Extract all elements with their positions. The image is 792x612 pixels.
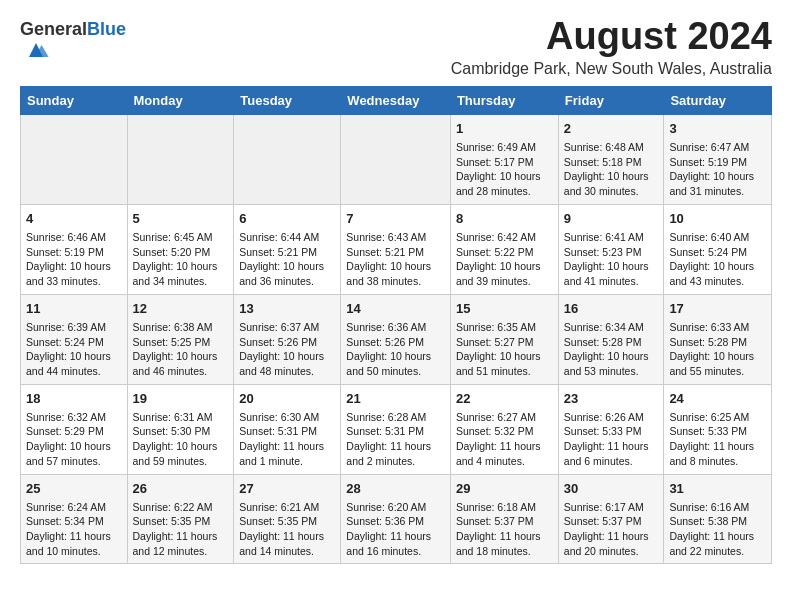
day-info: Sunrise: 6:26 AMSunset: 5:33 PMDaylight:…	[564, 411, 649, 467]
calendar-cell: 17Sunrise: 6:33 AMSunset: 5:28 PMDayligh…	[664, 294, 772, 384]
day-info: Sunrise: 6:27 AMSunset: 5:32 PMDaylight:…	[456, 411, 541, 467]
day-info: Sunrise: 6:33 AMSunset: 5:28 PMDaylight:…	[669, 321, 754, 377]
day-number: 16	[564, 300, 659, 318]
day-info: Sunrise: 6:30 AMSunset: 5:31 PMDaylight:…	[239, 411, 324, 467]
calendar-cell: 20Sunrise: 6:30 AMSunset: 5:31 PMDayligh…	[234, 384, 341, 474]
day-info: Sunrise: 6:48 AMSunset: 5:18 PMDaylight:…	[564, 141, 649, 197]
header: GeneralBlue August 2024 Cambridge Park, …	[20, 16, 772, 78]
day-number: 8	[456, 210, 553, 228]
calendar-cell: 30Sunrise: 6:17 AMSunset: 5:37 PMDayligh…	[558, 474, 664, 564]
day-info: Sunrise: 6:36 AMSunset: 5:26 PMDaylight:…	[346, 321, 431, 377]
day-info: Sunrise: 6:20 AMSunset: 5:36 PMDaylight:…	[346, 501, 431, 557]
week-row-1: 1Sunrise: 6:49 AMSunset: 5:17 PMDaylight…	[21, 114, 772, 204]
day-number: 12	[133, 300, 229, 318]
header-cell-monday: Monday	[127, 86, 234, 114]
day-number: 17	[669, 300, 766, 318]
calendar-cell: 1Sunrise: 6:49 AMSunset: 5:17 PMDaylight…	[450, 114, 558, 204]
calendar-cell: 19Sunrise: 6:31 AMSunset: 5:30 PMDayligh…	[127, 384, 234, 474]
week-row-2: 4Sunrise: 6:46 AMSunset: 5:19 PMDaylight…	[21, 204, 772, 294]
logo-blue-text: Blue	[87, 19, 126, 39]
header-cell-saturday: Saturday	[664, 86, 772, 114]
day-info: Sunrise: 6:16 AMSunset: 5:38 PMDaylight:…	[669, 501, 754, 557]
day-number: 26	[133, 480, 229, 498]
day-number: 14	[346, 300, 445, 318]
calendar-cell: 13Sunrise: 6:37 AMSunset: 5:26 PMDayligh…	[234, 294, 341, 384]
week-row-5: 25Sunrise: 6:24 AMSunset: 5:34 PMDayligh…	[21, 474, 772, 564]
week-row-3: 11Sunrise: 6:39 AMSunset: 5:24 PMDayligh…	[21, 294, 772, 384]
calendar-cell: 5Sunrise: 6:45 AMSunset: 5:20 PMDaylight…	[127, 204, 234, 294]
day-info: Sunrise: 6:24 AMSunset: 5:34 PMDaylight:…	[26, 501, 111, 557]
day-info: Sunrise: 6:41 AMSunset: 5:23 PMDaylight:…	[564, 231, 649, 287]
day-info: Sunrise: 6:22 AMSunset: 5:35 PMDaylight:…	[133, 501, 218, 557]
calendar-cell: 29Sunrise: 6:18 AMSunset: 5:37 PMDayligh…	[450, 474, 558, 564]
day-number: 24	[669, 390, 766, 408]
day-info: Sunrise: 6:28 AMSunset: 5:31 PMDaylight:…	[346, 411, 431, 467]
header-cell-sunday: Sunday	[21, 86, 128, 114]
day-info: Sunrise: 6:17 AMSunset: 5:37 PMDaylight:…	[564, 501, 649, 557]
calendar-cell: 18Sunrise: 6:32 AMSunset: 5:29 PMDayligh…	[21, 384, 128, 474]
day-info: Sunrise: 6:43 AMSunset: 5:21 PMDaylight:…	[346, 231, 431, 287]
day-info: Sunrise: 6:45 AMSunset: 5:20 PMDaylight:…	[133, 231, 218, 287]
header-cell-wednesday: Wednesday	[341, 86, 451, 114]
calendar-cell: 11Sunrise: 6:39 AMSunset: 5:24 PMDayligh…	[21, 294, 128, 384]
calendar-cell: 10Sunrise: 6:40 AMSunset: 5:24 PMDayligh…	[664, 204, 772, 294]
day-info: Sunrise: 6:38 AMSunset: 5:25 PMDaylight:…	[133, 321, 218, 377]
day-info: Sunrise: 6:35 AMSunset: 5:27 PMDaylight:…	[456, 321, 541, 377]
day-number: 27	[239, 480, 335, 498]
calendar-cell: 7Sunrise: 6:43 AMSunset: 5:21 PMDaylight…	[341, 204, 451, 294]
calendar-cell: 14Sunrise: 6:36 AMSunset: 5:26 PMDayligh…	[341, 294, 451, 384]
day-number: 29	[456, 480, 553, 498]
day-number: 21	[346, 390, 445, 408]
day-info: Sunrise: 6:39 AMSunset: 5:24 PMDaylight:…	[26, 321, 111, 377]
week-row-4: 18Sunrise: 6:32 AMSunset: 5:29 PMDayligh…	[21, 384, 772, 474]
day-number: 10	[669, 210, 766, 228]
calendar-cell: 27Sunrise: 6:21 AMSunset: 5:35 PMDayligh…	[234, 474, 341, 564]
day-info: Sunrise: 6:42 AMSunset: 5:22 PMDaylight:…	[456, 231, 541, 287]
title-block: August 2024 Cambridge Park, New South Wa…	[451, 16, 772, 78]
logo-icon	[22, 36, 50, 64]
calendar-table: SundayMondayTuesdayWednesdayThursdayFrid…	[20, 86, 772, 565]
day-info: Sunrise: 6:40 AMSunset: 5:24 PMDaylight:…	[669, 231, 754, 287]
day-number: 11	[26, 300, 122, 318]
day-info: Sunrise: 6:44 AMSunset: 5:21 PMDaylight:…	[239, 231, 324, 287]
calendar-cell: 24Sunrise: 6:25 AMSunset: 5:33 PMDayligh…	[664, 384, 772, 474]
day-number: 28	[346, 480, 445, 498]
day-info: Sunrise: 6:34 AMSunset: 5:28 PMDaylight:…	[564, 321, 649, 377]
day-number: 5	[133, 210, 229, 228]
calendar-cell	[127, 114, 234, 204]
calendar-cell: 26Sunrise: 6:22 AMSunset: 5:35 PMDayligh…	[127, 474, 234, 564]
calendar-cell: 15Sunrise: 6:35 AMSunset: 5:27 PMDayligh…	[450, 294, 558, 384]
calendar-cell: 12Sunrise: 6:38 AMSunset: 5:25 PMDayligh…	[127, 294, 234, 384]
day-number: 30	[564, 480, 659, 498]
header-cell-tuesday: Tuesday	[234, 86, 341, 114]
calendar-cell: 3Sunrise: 6:47 AMSunset: 5:19 PMDaylight…	[664, 114, 772, 204]
calendar-cell	[341, 114, 451, 204]
calendar-body: 1Sunrise: 6:49 AMSunset: 5:17 PMDaylight…	[21, 114, 772, 564]
day-number: 2	[564, 120, 659, 138]
day-number: 1	[456, 120, 553, 138]
day-info: Sunrise: 6:18 AMSunset: 5:37 PMDaylight:…	[456, 501, 541, 557]
day-number: 31	[669, 480, 766, 498]
day-info: Sunrise: 6:46 AMSunset: 5:19 PMDaylight:…	[26, 231, 111, 287]
day-number: 7	[346, 210, 445, 228]
main-title: August 2024	[451, 16, 772, 58]
calendar-cell: 31Sunrise: 6:16 AMSunset: 5:38 PMDayligh…	[664, 474, 772, 564]
day-number: 20	[239, 390, 335, 408]
calendar-cell: 16Sunrise: 6:34 AMSunset: 5:28 PMDayligh…	[558, 294, 664, 384]
day-number: 22	[456, 390, 553, 408]
day-number: 15	[456, 300, 553, 318]
calendar-cell: 2Sunrise: 6:48 AMSunset: 5:18 PMDaylight…	[558, 114, 664, 204]
calendar-cell: 28Sunrise: 6:20 AMSunset: 5:36 PMDayligh…	[341, 474, 451, 564]
day-info: Sunrise: 6:47 AMSunset: 5:19 PMDaylight:…	[669, 141, 754, 197]
header-cell-friday: Friday	[558, 86, 664, 114]
calendar-cell	[234, 114, 341, 204]
calendar-cell: 9Sunrise: 6:41 AMSunset: 5:23 PMDaylight…	[558, 204, 664, 294]
calendar-cell	[21, 114, 128, 204]
day-info: Sunrise: 6:25 AMSunset: 5:33 PMDaylight:…	[669, 411, 754, 467]
calendar-cell: 25Sunrise: 6:24 AMSunset: 5:34 PMDayligh…	[21, 474, 128, 564]
calendar-cell: 21Sunrise: 6:28 AMSunset: 5:31 PMDayligh…	[341, 384, 451, 474]
day-info: Sunrise: 6:37 AMSunset: 5:26 PMDaylight:…	[239, 321, 324, 377]
calendar-cell: 4Sunrise: 6:46 AMSunset: 5:19 PMDaylight…	[21, 204, 128, 294]
day-number: 25	[26, 480, 122, 498]
day-number: 23	[564, 390, 659, 408]
